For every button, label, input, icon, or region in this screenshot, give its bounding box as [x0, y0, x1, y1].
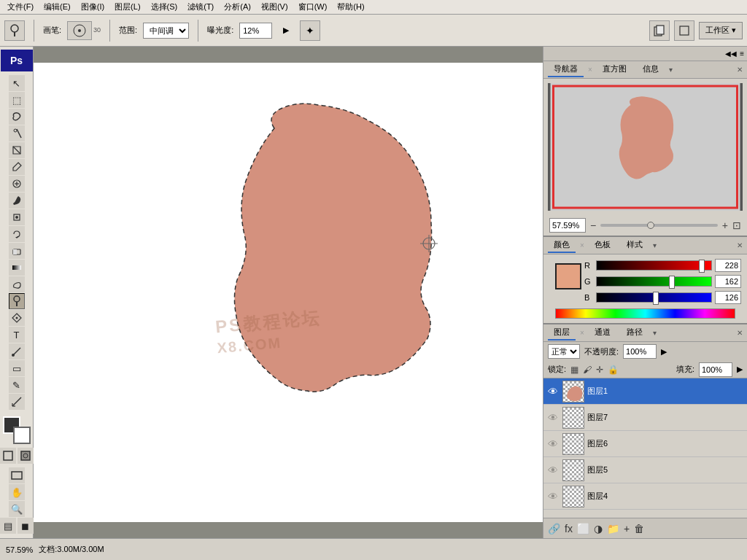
eraser-tool[interactable] [9, 243, 25, 259]
layer-add-icon[interactable]: + [624, 523, 630, 534]
pen-tool[interactable] [9, 310, 25, 326]
stamp-tool[interactable] [9, 209, 25, 225]
dodge-tool-icon[interactable] [4, 20, 25, 41]
panel-color-close[interactable]: ✕ [737, 241, 743, 249]
layer-delete-icon[interactable]: 🗑 [634, 523, 644, 534]
menu-file[interactable]: 文件(F) [3, 0, 38, 14]
layer-row-0[interactable]: 👁 图层1 [543, 378, 747, 405]
panel-nav-arr[interactable]: ▾ [669, 66, 673, 74]
menu-filter[interactable]: 滤镜(T) [183, 0, 218, 14]
layer-eye-2[interactable]: 👁 [546, 438, 560, 451]
extra-btn2[interactable]: ◼ [18, 518, 34, 534]
heal-tool[interactable] [9, 176, 25, 192]
exposure-arrow[interactable]: ▶ [278, 23, 294, 39]
dodge-tool-active[interactable] [9, 293, 25, 309]
g-slider[interactable] [596, 276, 712, 287]
brush-tool[interactable] [9, 192, 25, 209]
history-brush[interactable] [9, 226, 25, 242]
range-select[interactable]: 中间调 阴影 高光 [143, 23, 189, 39]
exposure-input[interactable] [239, 23, 272, 39]
fill-arrow[interactable]: ▶ [737, 365, 743, 374]
menu-analyze[interactable]: 分析(A) [220, 0, 255, 14]
panel-menu-icon[interactable]: ≡ [740, 50, 744, 58]
collapse-left-icon[interactable]: ◀◀ [725, 50, 737, 58]
panel-color-arr[interactable]: ▾ [653, 241, 657, 249]
panel-layers-close[interactable]: ✕ [737, 329, 743, 337]
layer-eye-0[interactable]: 👁 [546, 385, 560, 398]
nav-zoom-out-icon[interactable]: − [590, 219, 596, 231]
menu-layer[interactable]: 图层(L) [110, 0, 144, 14]
layer-eye-1[interactable]: 👁 [546, 411, 560, 424]
r-thumb[interactable] [699, 260, 705, 273]
lasso-tool[interactable] [9, 109, 25, 125]
blur-tool[interactable] [9, 276, 25, 292]
nav-slider-track[interactable] [600, 221, 718, 230]
tab-navigator[interactable]: 导航器 [548, 62, 584, 77]
doc-arrange-icon[interactable] [649, 20, 670, 41]
screen-mode[interactable] [9, 467, 25, 483]
menu-help[interactable]: 帮助(H) [333, 0, 368, 14]
tab-color[interactable]: 颜色 [548, 238, 576, 253]
layer-eye-4[interactable]: 👁 [546, 490, 560, 503]
layer-row-4[interactable]: 👁 图层4 [543, 483, 747, 510]
nav-zoom-input[interactable] [549, 218, 586, 233]
lock-paint-icon[interactable]: 🖌 [583, 365, 592, 375]
workspace-btn[interactable]: 工作区 ▾ [699, 22, 743, 39]
tab-swatch[interactable]: 色板 [589, 238, 616, 253]
tab-histogram[interactable]: 直方图 [597, 62, 632, 77]
nav-slider-thumb[interactable] [647, 222, 654, 229]
move-tool[interactable]: ↖ [9, 75, 25, 91]
menu-image[interactable]: 图像(I) [77, 0, 109, 14]
b-slider[interactable] [596, 292, 712, 303]
marquee-tool[interactable]: ⬚ [9, 92, 25, 108]
gradient-tool[interactable] [9, 260, 25, 276]
tab-info[interactable]: 信息 [637, 62, 665, 77]
wand-tool[interactable] [9, 125, 25, 141]
color-swatches[interactable] [3, 416, 31, 444]
layer-link-icon[interactable]: 🔗 [548, 523, 560, 534]
lock-transparent-icon[interactable]: ▦ [570, 365, 578, 375]
zoom-tool[interactable]: 🔍 [9, 501, 25, 517]
lock-all-icon[interactable]: 🔒 [608, 365, 619, 375]
eyedropper-tool[interactable] [9, 159, 25, 175]
notes-tool[interactable]: ✎ [9, 377, 25, 393]
crop-tool[interactable] [9, 142, 25, 158]
standard-mode[interactable] [0, 448, 16, 464]
navigator-preview[interactable] [548, 83, 743, 211]
fill-input[interactable] [699, 362, 732, 377]
layer-row-3[interactable]: 👁 图层5 [543, 457, 747, 483]
r-value-input[interactable] [715, 259, 741, 272]
nav-zoom-in-icon[interactable]: + [722, 219, 728, 231]
menu-select[interactable]: 选择(S) [147, 0, 182, 14]
shape-tool[interactable]: ▭ [9, 360, 25, 376]
panel-layers-arr[interactable]: ▾ [653, 329, 657, 337]
text-tool[interactable]: T [9, 327, 25, 343]
tab-layers[interactable]: 图层 [548, 325, 576, 341]
layer-fx-icon[interactable]: fx [565, 523, 573, 534]
layer-adjust-icon[interactable]: ◑ [594, 523, 603, 534]
layer-eye-3[interactable]: 👁 [546, 464, 560, 477]
color-swatch[interactable] [555, 263, 581, 289]
panel-nav-close[interactable]: ✕ [737, 66, 743, 74]
layer-group-icon[interactable]: 📁 [607, 523, 619, 534]
r-slider[interactable] [596, 260, 712, 271]
lock-move-icon[interactable]: ✛ [596, 365, 603, 375]
g-value-input[interactable] [715, 275, 741, 288]
blend-mode-select[interactable]: 正常 [548, 344, 580, 359]
opacity-arrow[interactable]: ▶ [661, 347, 667, 357]
tab-paths[interactable]: 路径 [621, 325, 649, 341]
airbrush-btn[interactable]: ✦ [300, 20, 320, 41]
layer-row-2[interactable]: 👁 图层6 [543, 431, 747, 457]
menu-view[interactable]: 视图(V) [257, 0, 293, 14]
b-value-input[interactable] [715, 291, 741, 304]
layer-row-1[interactable]: 👁 图层7 [543, 405, 747, 431]
measure-tool[interactable] [9, 394, 25, 410]
nav-fit-icon[interactable]: ⊡ [732, 219, 741, 231]
canvas[interactable]: PS教程论坛 X8.COM [34, 63, 543, 522]
tab-style[interactable]: 样式 [621, 238, 649, 253]
brush-preview[interactable] [67, 21, 92, 40]
menu-window[interactable]: 窗口(W) [294, 0, 332, 14]
quickmask-mode[interactable] [18, 448, 34, 464]
menu-edit[interactable]: 编辑(E) [39, 0, 75, 14]
opacity-input[interactable] [623, 344, 657, 359]
